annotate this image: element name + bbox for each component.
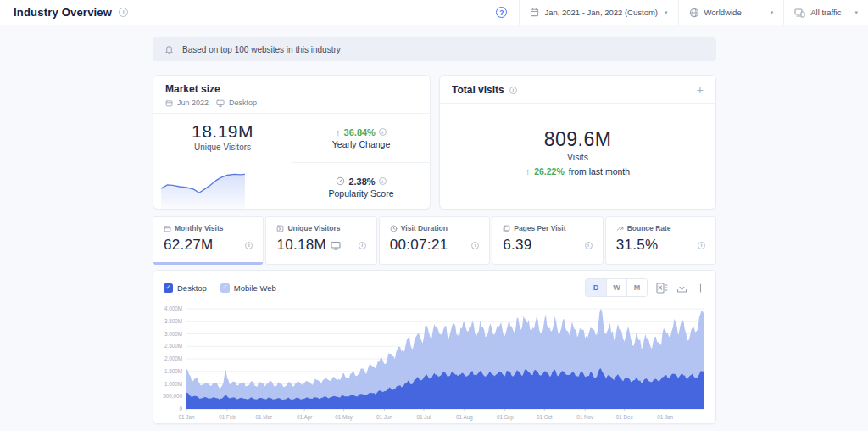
svg-text:2.000M: 2.000M <box>164 355 182 361</box>
svg-text:01 Aug: 01 Aug <box>456 414 473 421</box>
svg-text:4.000M: 4.000M <box>164 305 182 311</box>
legend-desktop[interactable]: ✓ Desktop <box>164 283 207 293</box>
chevron-down-icon: ▾ <box>854 9 858 16</box>
svg-text:2.500M: 2.500M <box>164 343 182 349</box>
calendar-icon <box>165 99 173 107</box>
help-icon: ? <box>496 7 507 18</box>
up-arrow-icon: ↑ <box>526 166 530 176</box>
page-info-icon[interactable]: i <box>119 8 128 17</box>
top-bar-controls: ? Jan, 2021 - Jan, 2022 (Custom) ▾ World… <box>484 0 868 25</box>
svg-text:500,000: 500,000 <box>163 393 182 399</box>
svg-text:01 Jan: 01 Jan <box>657 414 673 420</box>
svg-text:01 Feb: 01 Feb <box>219 414 236 420</box>
info-icon[interactable]: i <box>379 177 387 185</box>
traffic-area-chart[interactable]: 4.000M3.500M3.000M2.500M2.000M1.500M1.00… <box>159 304 710 429</box>
x-axis-labels: 01 Jan01 Feb01 Mar01 Apr01 May01 Jun01 J… <box>179 409 674 421</box>
tile-value: 10.18M <box>276 237 326 254</box>
granularity-day-button[interactable]: D <box>586 279 606 296</box>
tile-visit-duration[interactable]: Visit Duration 00:07:21 i <box>379 216 490 265</box>
tile-unique-visitors[interactable]: Unique Visitors 10.18M i <box>265 216 376 265</box>
geo-selector[interactable]: Worldwide ▾ <box>678 0 784 25</box>
total-visits-card: Total visits i + 809.6M Visits ↑ 26.22% … <box>439 75 716 210</box>
market-size-body: 18.19M Unique Visitors <box>153 114 430 211</box>
market-size-card: Market size Jun 2022 Desktop 18.19M Uniq… <box>153 75 431 210</box>
legend-mobile-web[interactable]: ✓ Mobile Web <box>220 283 276 293</box>
add-to-dashboard-button[interactable]: + <box>697 83 704 97</box>
svg-text:01 Nov: 01 Nov <box>576 414 594 420</box>
date-range-selector[interactable]: Jan, 2021 - Jan, 2022 (Custom) ▾ <box>519 0 677 25</box>
notice-banner: Based on top 100 websites in this indust… <box>153 37 716 61</box>
info-icon[interactable]: i <box>245 242 253 249</box>
svg-text:01 Mar: 01 Mar <box>255 414 272 420</box>
tile-value: 00:07:21 <box>390 237 448 254</box>
svg-text:01 Jan: 01 Jan <box>179 414 195 420</box>
metric-tiles: Monthly Visits 62.27M i Unique Visitors … <box>153 216 716 265</box>
legend-label: Mobile Web <box>234 283 276 293</box>
gauge-icon <box>336 176 345 186</box>
chevron-down-icon: ▾ <box>771 9 774 16</box>
market-size-device: Desktop <box>229 98 257 107</box>
total-visits-label: Visits <box>567 152 588 162</box>
notice-text: Based on top 100 websites in this indust… <box>182 45 341 54</box>
desktop-icon <box>216 99 225 107</box>
tile-pages-per-visit[interactable]: Pages Per Visit 6.39 i <box>492 216 603 265</box>
date-range-label: Jan, 2021 - Jan, 2022 (Custom) <box>544 8 658 17</box>
traffic-label: All traffic <box>810 8 841 17</box>
tile-label: Bounce Rate <box>627 224 671 232</box>
info-icon[interactable]: i <box>585 242 593 249</box>
add-chart-icon[interactable] <box>696 283 705 293</box>
info-icon[interactable]: i <box>471 242 479 249</box>
checkbox-checked-icon: ✓ <box>220 283 230 293</box>
tile-label: Pages Per Visit <box>514 224 565 232</box>
svg-text:01 Apr: 01 Apr <box>297 414 312 421</box>
industry-overview-page: Industry Overview i ? Jan, 2021 - Jan, 2… <box>0 0 868 431</box>
download-icon[interactable] <box>676 283 687 294</box>
svg-text:3.000M: 3.000M <box>164 331 182 337</box>
tile-bounce-rate[interactable]: Bounce Rate 31.5% i <box>605 216 716 265</box>
excel-export-icon[interactable] <box>656 283 668 294</box>
market-size-date: Jun 2022 <box>177 98 209 107</box>
popularity-score-label: Popularity Score <box>328 188 393 199</box>
market-size-sparkline <box>159 165 247 210</box>
svg-text:01 May: 01 May <box>335 414 353 421</box>
tile-label: Monthly Visits <box>175 224 223 232</box>
calendar-icon <box>164 225 171 232</box>
tile-value: 62.27M <box>164 237 214 254</box>
unique-visitors-label: Unique Visitors <box>153 143 292 152</box>
market-size-subheader: Jun 2022 Desktop <box>165 98 418 107</box>
granularity-week-button[interactable]: W <box>606 279 626 296</box>
info-icon[interactable]: i <box>509 87 517 94</box>
popularity-score-cell: 2.38% i Popularity Score <box>292 162 430 211</box>
calendar-icon <box>530 8 539 17</box>
bell-icon <box>164 44 174 54</box>
svg-text:01 Dec: 01 Dec <box>616 414 633 420</box>
legend-label: Desktop <box>177 283 207 293</box>
pages-icon <box>503 225 510 232</box>
bounce-arrow-icon <box>616 225 624 232</box>
svg-text:01 Jun: 01 Jun <box>376 414 392 420</box>
user-icon <box>276 225 284 232</box>
info-icon[interactable]: i <box>379 128 387 136</box>
total-visits-header: Total visits i + <box>440 76 715 103</box>
clock-icon <box>390 225 398 232</box>
help-button[interactable]: ? <box>484 0 519 25</box>
total-visits-change: ↑ 26.22% from last month <box>526 166 630 176</box>
yearly-change-cell: ↑ 36.84% i Yearly Change <box>292 114 430 162</box>
popularity-score-value: 2.38% <box>348 176 375 187</box>
tile-monthly-visits[interactable]: Monthly Visits 62.27M i <box>153 216 264 265</box>
traffic-selector[interactable]: All traffic ▾ <box>783 0 868 25</box>
granularity-switch: D W M <box>585 278 648 297</box>
total-visits-body: 809.6M Visits ↑ 26.22% from last month <box>440 104 715 201</box>
yearly-change-label: Yearly Change <box>332 139 391 149</box>
tile-label: Unique Visitors <box>287 224 340 232</box>
market-size-visitors-cell: 18.19M Unique Visitors <box>153 114 292 211</box>
yearly-change-value: 36.84% <box>344 127 376 137</box>
chart-controls: D W M <box>585 278 705 297</box>
info-icon[interactable]: i <box>698 242 705 249</box>
page-title: Industry Overview <box>14 6 112 19</box>
info-icon[interactable]: i <box>359 242 366 249</box>
svg-text:1.000M: 1.000M <box>164 381 182 387</box>
granularity-month-button[interactable]: M <box>626 279 647 296</box>
unique-visitors-value: 18.19M <box>153 121 292 142</box>
change-suffix: from last month <box>569 166 630 176</box>
